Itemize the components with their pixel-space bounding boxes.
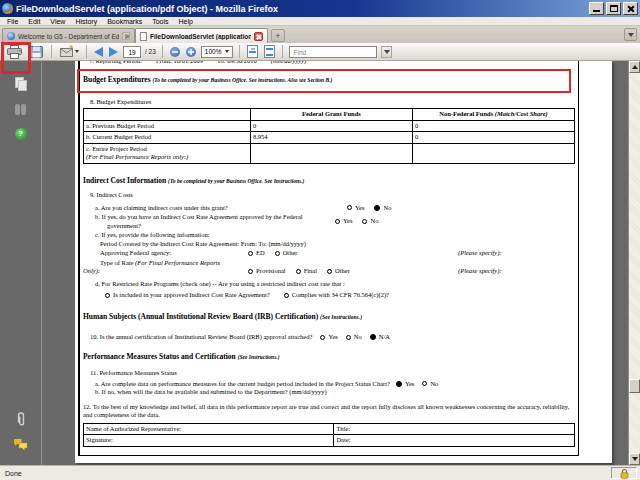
menu-help[interactable]: Help (174, 17, 198, 26)
nonfederal-value-field[interactable]: 0 (412, 120, 574, 132)
menu-bookmarks[interactable]: Bookmarks (102, 17, 147, 26)
tab-list-dropdown-button[interactable] (624, 28, 637, 41)
menu-tools[interactable]: Tools (147, 17, 173, 26)
pages-panel-icon[interactable] (15, 77, 27, 91)
toolbar-separator (162, 45, 163, 58)
new-tab-button[interactable]: + (271, 29, 285, 42)
close-button[interactable] (623, 2, 638, 15)
minimize-button[interactable] (589, 2, 604, 15)
radio-complies-34cfr[interactable]: Complies with 34 CFR 76.564(c)(2)? (284, 291, 389, 300)
vertical-scrollbar[interactable] (628, 61, 640, 465)
scroll-up-button[interactable] (629, 61, 640, 73)
email-button[interactable] (58, 44, 80, 60)
scroll-down-button[interactable] (629, 453, 640, 465)
radio-icon[interactable] (370, 334, 376, 340)
panel-bottom-icons (13, 411, 28, 465)
section-note: (To be completed by your Business Office… (168, 178, 304, 184)
title-field[interactable]: Title: (334, 423, 575, 435)
radio-icon[interactable] (422, 381, 427, 386)
zoom-in-icon (186, 47, 196, 57)
radio-other[interactable]: Other (327, 267, 350, 276)
radio-provisional[interactable]: Provisional (248, 267, 286, 276)
radio-icon[interactable] (374, 205, 380, 211)
radio-yes[interactable]: Yes (320, 333, 337, 342)
radio-included-in-agreement[interactable]: Is included in your approved Indirect Co… (105, 291, 270, 300)
pdf-navigation-panel: ? (0, 61, 42, 465)
radio-icon[interactable] (362, 219, 367, 224)
tab-welcome-g5[interactable]: Welcome to G5 - Department of Educat... (2, 28, 135, 43)
q9b-options: Yes No (335, 217, 378, 226)
radio-yes[interactable]: Yes (347, 204, 364, 213)
menu-view[interactable]: View (45, 17, 70, 26)
radio-icon[interactable] (105, 293, 110, 298)
radio-icon[interactable] (347, 205, 352, 210)
q9a-options: Yes No (347, 204, 391, 213)
tab-bar: Welcome to G5 - Department of Educat... … (0, 26, 640, 43)
binoculars-icon[interactable] (15, 104, 26, 115)
radio-icon[interactable] (327, 269, 332, 274)
tab-close-icon[interactable] (122, 32, 130, 40)
performance-measures-heading: Performance Measures Status and Certific… (83, 353, 575, 362)
comments-icon[interactable] (13, 438, 28, 451)
zoom-in-button[interactable] (185, 44, 197, 60)
radio-other[interactable]: Other (275, 249, 298, 258)
firefox-icon (2, 3, 13, 14)
next-page-button[interactable] (108, 44, 119, 60)
name-of-representative-field[interactable]: Name of Authorized Representative: (84, 423, 334, 435)
menu-edit[interactable]: Edit (23, 17, 45, 26)
radio-yes[interactable]: Yes (335, 217, 352, 226)
nonfederal-value-field[interactable]: 0 (412, 132, 574, 144)
find-options-dropdown[interactable] (381, 46, 392, 58)
radio-icon[interactable] (296, 269, 301, 274)
rate-label-italic: (For Final Performance Reports (135, 259, 220, 266)
radio-icon[interactable] (346, 335, 351, 340)
radio-no[interactable]: No (362, 217, 378, 226)
radio-no[interactable]: No (374, 204, 391, 213)
radio-ed[interactable]: ED (248, 249, 265, 258)
tab-filedownloadservlet[interactable]: FileDownloadServlet (application... (135, 28, 268, 43)
scrollbar-thumb[interactable] (629, 379, 640, 393)
signature-field[interactable]: Signature: (84, 435, 334, 447)
scrolling-mode-button[interactable] (246, 44, 259, 60)
menu-history[interactable]: History (70, 17, 102, 26)
radio-yes[interactable]: Yes (396, 380, 414, 389)
radio-no[interactable]: No (346, 333, 362, 342)
status-text: Done (0, 470, 611, 477)
radio-icon[interactable] (396, 381, 402, 387)
agency-options: ED Other (248, 249, 458, 258)
menu-file[interactable]: File (2, 17, 23, 26)
nonfederal-value-field[interactable] (412, 143, 574, 163)
print-button[interactable] (5, 44, 24, 60)
please-specify-label: (Please specify): (458, 267, 502, 276)
zoom-level-select[interactable]: 100% (201, 46, 234, 58)
radio-final[interactable]: Final (296, 267, 317, 276)
padlock-icon (620, 468, 629, 479)
radio-na[interactable]: N/A (370, 333, 390, 342)
radio-icon[interactable] (284, 293, 289, 298)
page-number-input[interactable]: 19 (123, 46, 141, 58)
budget-table: Federal Grant Funds Non-Federal Funds (M… (83, 108, 575, 164)
radio-icon[interactable] (275, 251, 280, 256)
federal-value-field[interactable]: 0 (250, 120, 412, 132)
radio-icon[interactable] (248, 251, 253, 256)
paperclip-attachments-icon[interactable] (15, 411, 27, 428)
radio-icon[interactable] (320, 335, 325, 340)
date-field[interactable]: Date: (334, 435, 575, 447)
save-button[interactable] (28, 44, 45, 60)
q11b-label: b. If no, when will the data be availabl… (83, 388, 575, 397)
find-input[interactable]: Find (289, 46, 377, 58)
help-icon[interactable]: ? (15, 128, 27, 140)
federal-value-field[interactable]: 8,954 (250, 132, 412, 144)
title-bar: FileDownloadServlet (application/pdf Obj… (0, 0, 640, 17)
status-bar: Done (0, 465, 640, 480)
fit-page-button[interactable] (263, 44, 276, 60)
radio-no[interactable]: No (422, 380, 438, 389)
row-label-note: (For Final Performance Reports only:) (86, 153, 188, 160)
federal-value-field[interactable] (250, 143, 412, 163)
radio-icon[interactable] (335, 219, 340, 224)
zoom-out-button[interactable] (169, 44, 181, 60)
restore-button[interactable] (606, 2, 621, 15)
previous-page-button[interactable] (93, 44, 104, 60)
radio-icon[interactable] (248, 269, 253, 274)
tab-close-icon[interactable] (254, 32, 263, 41)
